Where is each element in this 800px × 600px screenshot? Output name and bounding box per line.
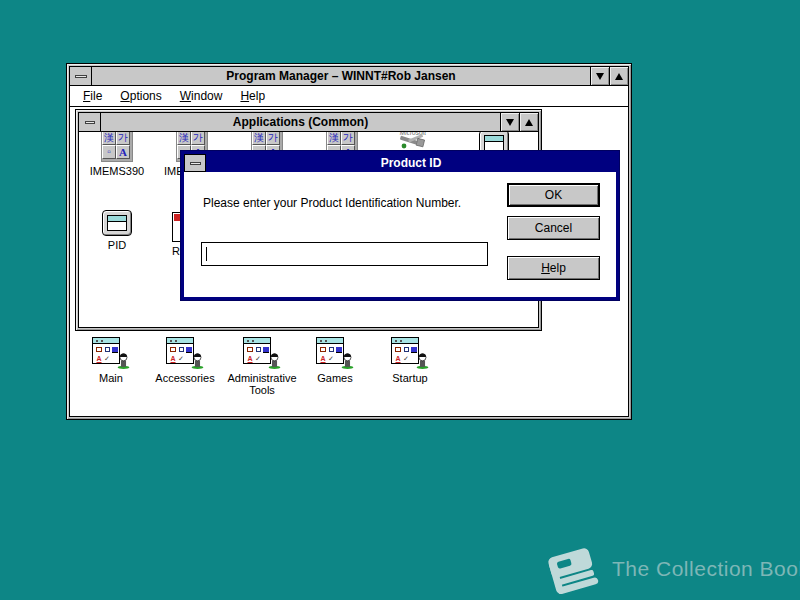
maximize-button[interactable] <box>609 67 628 85</box>
pid-window-icon <box>102 210 132 236</box>
dialog-titlebar[interactable]: Product ID <box>184 154 616 172</box>
dialog-message: Please enter your Product Identification… <box>203 196 461 210</box>
group-label: Main <box>99 372 123 384</box>
product-id-input[interactable] <box>201 242 488 266</box>
help-button[interactable]: Help <box>507 256 600 280</box>
desktop: Program Manager – WINNT#Rob Jansen File … <box>0 0 800 600</box>
program-group-icon: A✓ <box>166 337 204 369</box>
group-accessories[interactable]: A✓ Accessories <box>147 337 223 384</box>
menu-bar: File Options Window Help <box>70 86 628 107</box>
person-icon <box>341 352 354 369</box>
menu-file[interactable]: File <box>74 89 111 103</box>
group-games[interactable]: A✓ Games <box>297 337 373 384</box>
cancel-button[interactable]: Cancel <box>507 216 600 240</box>
program-manager-titlebar[interactable]: Program Manager – WINNT#Rob Jansen <box>70 67 628 86</box>
maximize-arrow-icon <box>525 119 533 126</box>
dialog-title: Product ID <box>206 156 616 170</box>
group-label: Administrative Tools <box>220 372 304 396</box>
child-maximize-button[interactable] <box>519 113 538 131</box>
menu-window[interactable]: Window <box>171 89 232 103</box>
book-icon <box>546 544 600 594</box>
person-icon <box>268 352 281 369</box>
group-main[interactable]: A✓ Main <box>73 337 149 384</box>
child-minimize-button[interactable] <box>500 113 519 131</box>
icon-label: PID <box>108 239 126 251</box>
text-caret <box>206 247 207 261</box>
ok-button[interactable]: OK <box>507 183 600 207</box>
applications-common-titlebar[interactable]: Applications (Common) <box>79 113 538 132</box>
maximize-arrow-icon <box>615 73 623 80</box>
group-administrative-tools[interactable]: A✓ Administrative Tools <box>224 337 300 396</box>
menu-options[interactable]: Options <box>111 89 170 103</box>
icon-label: R <box>172 245 180 257</box>
svg-text:Microsoft: Microsoft <box>400 132 428 136</box>
dialog-system-menu-button[interactable] <box>184 154 206 172</box>
system-menu-dash-icon <box>75 75 87 78</box>
person-icon <box>117 352 130 369</box>
group-startup[interactable]: A✓ Startup <box>372 337 448 384</box>
group-label: Startup <box>392 372 427 384</box>
watermark: The Collection Book <box>546 544 800 594</box>
person-icon <box>416 352 429 369</box>
program-group-icon: A✓ <box>243 337 281 369</box>
system-menu-dash-icon <box>85 121 95 124</box>
minimize-arrow-icon <box>596 73 604 80</box>
group-label: Games <box>317 372 352 384</box>
program-group-icon: A✓ <box>92 337 130 369</box>
icon-label: IMEMS390 <box>90 165 144 177</box>
minimize-button[interactable] <box>590 67 609 85</box>
child-system-menu-button[interactable] <box>79 113 101 131</box>
watermark-text: The Collection Book <box>612 557 800 581</box>
menu-help[interactable]: Help <box>231 89 274 103</box>
icon-imems390[interactable]: 漢 가 ▫ A IMEMS390 <box>79 132 155 177</box>
minimize-arrow-icon <box>506 119 514 126</box>
dialog-body: Please enter your Product Identification… <box>184 172 616 297</box>
system-menu-button[interactable] <box>70 67 92 85</box>
program-manager-title: Program Manager – WINNT#Rob Jansen <box>92 67 590 85</box>
program-group-icon: A✓ <box>391 337 429 369</box>
applications-common-title: Applications (Common) <box>101 113 500 131</box>
program-group-icon: A✓ <box>316 337 354 369</box>
system-menu-dash-icon <box>190 162 201 165</box>
product-id-dialog: Product ID Please enter your Product Ide… <box>180 150 620 301</box>
ime-icon: 漢 가 ▫ A <box>101 132 133 162</box>
group-label: Accessories <box>155 372 214 384</box>
person-icon <box>191 352 204 369</box>
